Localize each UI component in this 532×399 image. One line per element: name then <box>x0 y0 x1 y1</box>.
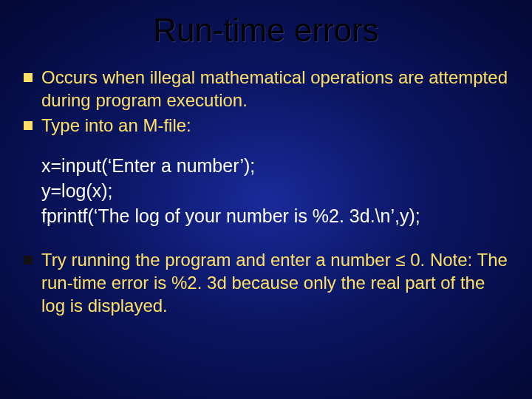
bullet-item: Type into an M-file: <box>22 115 510 137</box>
bottom-bullet-list: Try running the program and enter a numb… <box>22 249 510 317</box>
code-line: x=input(‘Enter a number’); <box>41 154 510 179</box>
slide: Run-time errors Occurs when illegal math… <box>0 0 532 399</box>
bullet-item: Try running the program and enter a numb… <box>22 249 510 317</box>
code-line: y=log(x); <box>41 179 510 204</box>
top-bullet-list: Occurs when illegal mathematical operati… <box>22 66 510 137</box>
code-line: fprintf(‘The log of your number is %2. 3… <box>41 204 510 229</box>
slide-title: Run-time errors <box>22 12 510 49</box>
code-block: x=input(‘Enter a number’); y=log(x); fpr… <box>41 154 510 228</box>
bullet-item: Occurs when illegal mathematical operati… <box>22 66 510 112</box>
